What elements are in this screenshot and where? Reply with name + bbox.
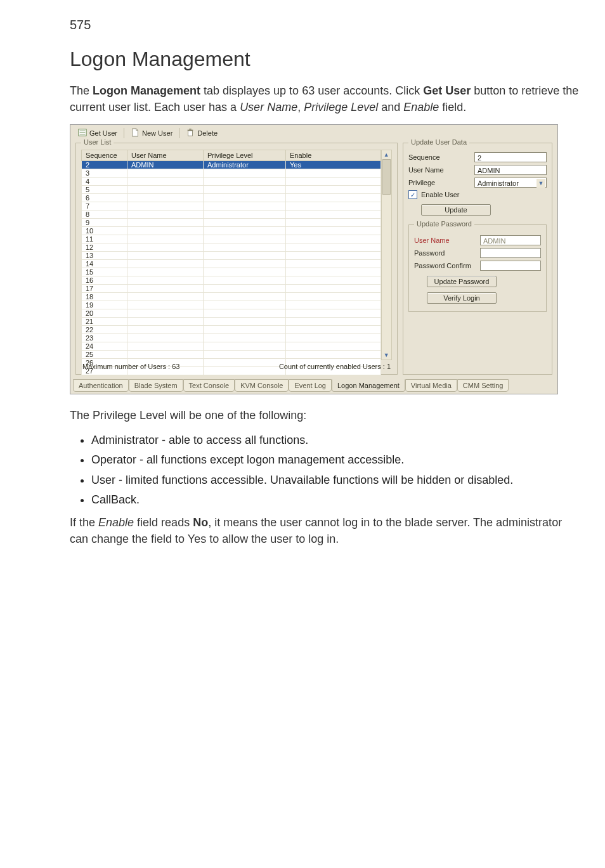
table-row[interactable]: 21	[82, 318, 381, 326]
scroll-up-icon[interactable]: ▲	[382, 150, 391, 159]
tab-blade-system[interactable]: Blade System	[129, 379, 183, 392]
table-cell	[204, 194, 286, 202]
table-cell	[286, 268, 381, 276]
table-row[interactable]: 8	[82, 211, 381, 219]
table-row[interactable]: 20	[82, 309, 381, 318]
enable-user-label: Enable User	[421, 191, 460, 198]
table-row[interactable]: 16	[82, 276, 381, 285]
tab-kvm-console[interactable]: KVM Console	[235, 379, 289, 392]
scroll-down-icon[interactable]: ▼	[382, 351, 391, 360]
table-cell: 22	[82, 326, 127, 334]
col-user-name[interactable]: User Name	[127, 150, 204, 161]
max-users-label: Maximum number of Users : 63	[82, 363, 179, 370]
table-cell	[204, 342, 286, 351]
table-row[interactable]: 6	[82, 194, 381, 202]
table-cell	[286, 227, 381, 235]
table-cell	[127, 351, 204, 359]
enabled-count-label: Count of currently enabled Users : 1	[279, 363, 391, 370]
text: The	[70, 84, 93, 97]
table-cell	[204, 326, 286, 334]
table-cell	[204, 211, 286, 219]
table-row[interactable]: 4	[82, 178, 381, 186]
table-row[interactable]: 9	[82, 219, 381, 227]
table-row[interactable]: 3	[82, 169, 381, 178]
table-cell	[204, 293, 286, 301]
table-cell	[286, 260, 381, 268]
table-cell	[286, 318, 381, 326]
table-cell: Yes	[286, 161, 381, 169]
table-row[interactable]: 25	[82, 351, 381, 359]
list-item: Operator - all functions except logon ma…	[91, 452, 580, 468]
table-cell	[127, 211, 204, 219]
col-privilege[interactable]: Privilege Level	[204, 150, 286, 161]
privilege-label: Privilege	[408, 179, 474, 186]
update-password-groupbox: Update Password User Name ADMIN Password…	[408, 224, 547, 312]
table-cell	[286, 285, 381, 293]
table-row[interactable]: 13	[82, 252, 381, 260]
table-row[interactable]: 10	[82, 227, 381, 235]
table-cell: 9	[82, 219, 127, 227]
delete-button[interactable]: Delete	[182, 127, 221, 139]
table-row[interactable]: 24	[82, 342, 381, 351]
table-cell	[127, 326, 204, 334]
table-cell: 25	[82, 351, 127, 359]
table-cell: 12	[82, 243, 127, 252]
table-cell: 4	[82, 178, 127, 186]
table-row[interactable]: 18	[82, 293, 381, 301]
delete-label: Delete	[197, 129, 218, 137]
table-cell	[286, 194, 381, 202]
password-confirm-field[interactable]	[480, 261, 541, 271]
table-cell: 5	[82, 186, 127, 194]
update-password-button[interactable]: Update Password	[427, 276, 497, 287]
table-row[interactable]: 15	[82, 268, 381, 276]
table-row[interactable]: 19	[82, 301, 381, 309]
table-row[interactable]: 11	[82, 235, 381, 243]
intro-paragraph: The Logon Management tab displayes up to…	[70, 82, 580, 115]
table-cell	[204, 243, 286, 252]
table-row[interactable]: 7	[82, 202, 381, 211]
table-cell	[127, 276, 204, 285]
table-cell: 11	[82, 235, 127, 243]
get-user-label: Get User	[89, 129, 117, 137]
scrollbar[interactable]: ▲ ▼	[381, 150, 392, 360]
table-cell	[286, 351, 381, 359]
tab-text-console[interactable]: Text Console	[183, 379, 235, 392]
table-row[interactable]: 2ADMINAdministratorYes	[82, 161, 381, 169]
tab-bar: AuthenticationBlade SystemText ConsoleKV…	[70, 379, 557, 394]
user-table[interactable]: Sequence User Name Privilege Level Enabl…	[81, 150, 381, 375]
enable-user-checkbox[interactable]: ✓	[408, 190, 417, 199]
table-cell: 24	[82, 342, 127, 351]
table-cell	[286, 235, 381, 243]
table-row[interactable]: 14	[82, 260, 381, 268]
get-user-button[interactable]: Get User	[74, 127, 121, 139]
password-field[interactable]	[480, 248, 541, 258]
tab-cmm-setting[interactable]: CMM Setting	[457, 379, 509, 392]
table-row[interactable]: 23	[82, 334, 381, 342]
tab-authentication[interactable]: Authentication	[73, 379, 129, 392]
chevron-down-icon[interactable]: ▼	[537, 179, 545, 188]
table-cell: 18	[82, 293, 127, 301]
privilege-field[interactable]: Administrator ▼	[474, 178, 547, 188]
separator	[124, 128, 124, 138]
tab-event-log[interactable]: Event Log	[289, 379, 332, 392]
sequence-field[interactable]: 2	[474, 152, 547, 162]
verify-login-button[interactable]: Verify Login	[427, 292, 497, 304]
text: and	[378, 101, 403, 113]
col-sequence[interactable]: Sequence	[82, 150, 127, 161]
tab-logon-management[interactable]: Logon Management	[332, 379, 405, 392]
new-user-button[interactable]: New User	[127, 127, 176, 139]
update-button[interactable]: Update	[421, 204, 491, 216]
col-enable[interactable]: Enable	[286, 150, 381, 161]
text: tab displayes up to 63 user accounts. Cl…	[200, 84, 423, 97]
table-cell	[127, 169, 204, 178]
table-row[interactable]: 17	[82, 285, 381, 293]
scroll-thumb[interactable]	[382, 159, 391, 195]
table-row[interactable]: 12	[82, 243, 381, 252]
table-cell	[204, 178, 286, 186]
table-cell: 16	[82, 276, 127, 285]
tab-virtual-media[interactable]: Virtual Media	[405, 379, 457, 392]
user-name-field[interactable]: ADMIN	[474, 165, 547, 175]
table-cell: 13	[82, 252, 127, 260]
table-row[interactable]: 5	[82, 186, 381, 194]
table-row[interactable]: 22	[82, 326, 381, 334]
